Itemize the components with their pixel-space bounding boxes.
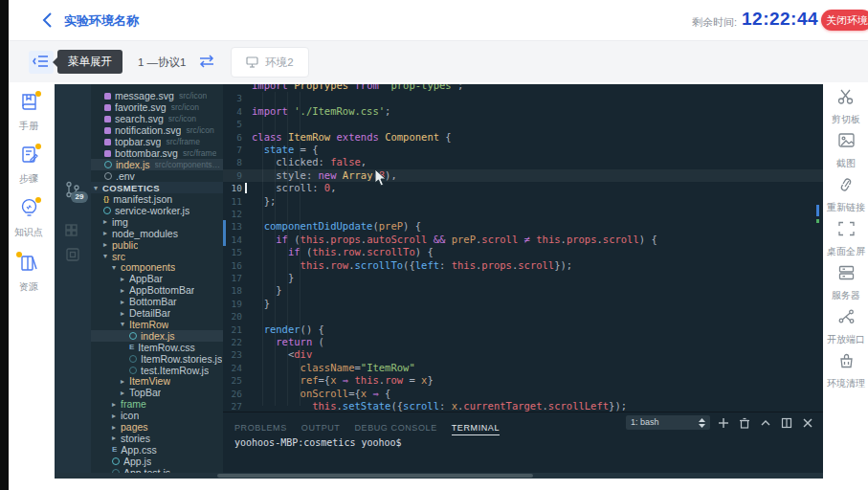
tab-env2[interactable]: 环境2 [231, 47, 309, 78]
panel-tab-debug-console[interactable]: DEBUG CONSOLE [354, 423, 436, 433]
tool-item-cleanup[interactable]: 环境清理 [820, 352, 868, 390]
terminal-prompt[interactable]: yoohoos-MBP:cosmetics yoohoo$ [234, 437, 402, 448]
code-line-10[interactable]: 10 scroll: 0, [223, 182, 823, 194]
shell-select[interactable]: 1: bash [626, 415, 710, 430]
panel-tab-terminal[interactable]: TERMINAL [452, 423, 500, 435]
tree-file-favorite.svg[interactable]: favorite.svgsrc/icon [91, 101, 223, 113]
tree-file-search.svg[interactable]: search.svgsrc/icon [91, 113, 223, 124]
code-line-21[interactable]: 21 render() { [223, 323, 823, 336]
sidebar-item-manual[interactable]: 手册 [3, 92, 55, 133]
kill-terminal-icon[interactable] [739, 415, 752, 429]
tree-file-bottombar.svg[interactable]: bottombar.svgsrc/frame [91, 147, 223, 159]
tree-folder-BottomBar[interactable]: ▸BottomBar [91, 296, 223, 307]
code-line-17[interactable]: 17 } [223, 272, 823, 284]
code-line-24[interactable]: 24 className="ItemRow" [223, 362, 823, 374]
tree-file-service-worker.js[interactable]: service-worker.js [91, 205, 223, 216]
tree-folder-icon[interactable]: ▸icon [91, 410, 223, 421]
tree-file-test.ItemRow.js[interactable]: test.ItemRow.js [91, 365, 223, 376]
horizontal-scrollbar[interactable] [55, 473, 823, 479]
code-text: } [252, 284, 282, 297]
panel-tab-problems[interactable]: PROBLEMS [234, 423, 287, 433]
code-line-16[interactable]: 16 this.row.scrollTo({left: this.props.s… [223, 259, 823, 272]
tree-file-App.js[interactable]: App.js [91, 456, 223, 467]
tree-folder-img[interactable]: ▸img [91, 216, 223, 228]
code-line-14[interactable]: 14 if (this.props.autoScroll && preP.scr… [223, 234, 823, 246]
tree-folder-src[interactable]: ▾src [91, 251, 223, 262]
custom-view-icon[interactable] [63, 245, 82, 264]
line-number: 25 [223, 374, 242, 387]
line-number: 10 [223, 182, 242, 194]
sidebar-item-knowledge[interactable]: 知识点 [3, 198, 55, 239]
tree-folder-stories[interactable]: ▸stories [91, 433, 223, 444]
sidebar-item-steps[interactable]: 步骤 [3, 145, 55, 186]
tree-file-.env[interactable]: .env [91, 170, 223, 182]
tooltip-text: 菜单展开 [68, 56, 112, 67]
code-line-8[interactable]: 8 clicked: false, [223, 156, 823, 168]
tree-folder-node_modules[interactable]: ▸node_modules [91, 228, 223, 239]
tree-folder-TopBar[interactable]: ▸TopBar [91, 387, 223, 398]
tree-folder-frame[interactable]: ▸frame [91, 398, 223, 410]
code-line-3[interactable]: 3 [223, 92, 823, 104]
tree-folder-public[interactable]: ▸public [91, 239, 223, 251]
tree-file-topbar.svg[interactable]: topbar.svgsrc/frame [91, 136, 223, 147]
tree-file-manifest.json[interactable]: {}manifest.json [91, 193, 223, 205]
project-section-header[interactable]: ▾ COSMETICS [91, 182, 223, 193]
sidebar-item-resources[interactable]: 资源 [3, 253, 55, 294]
tool-item-fullscreen[interactable]: 桌面全屏 [820, 220, 868, 258]
new-terminal-icon[interactable] [718, 415, 731, 429]
swap-env-icon[interactable] [196, 53, 217, 72]
tree-folder-AppBar[interactable]: ▸AppBar [91, 273, 223, 284]
tree-file-App.css[interactable]: EApp.css [91, 444, 223, 456]
code-line-4[interactable]: 4import './ItemRow.css'; [223, 105, 823, 118]
file-name: ItemRow.stories.js [141, 353, 222, 365]
tree-folder-ItemRow[interactable]: ▾ItemRow [91, 319, 223, 330]
code-line-11[interactable]: 11 }; [223, 195, 823, 208]
screenshot-icon [837, 136, 856, 152]
monitor-icon [246, 56, 258, 68]
maximize-panel-icon[interactable] [760, 415, 773, 429]
tree-folder-pages[interactable]: ▸pages [91, 421, 223, 433]
code-line-15[interactable]: 15 if (this.row.scrollTo) { [223, 246, 823, 258]
tool-item-screenshot[interactable]: 截图 [820, 132, 868, 170]
tree-folder-DetailBar[interactable]: ▸DetailBar [91, 307, 223, 319]
tool-item-server[interactable]: 服务器 [820, 264, 868, 302]
chevron-right-icon: ▸ [112, 423, 121, 432]
tree-file-ItemRow.stories.js[interactable]: ItemRow.stories.js [91, 353, 223, 365]
extensions-icon[interactable] [63, 221, 82, 240]
tree-file-notification.svg[interactable]: notification.svgsrc/icon [91, 124, 223, 136]
code-line-12[interactable]: 12 [223, 208, 823, 220]
code-line-clipped[interactable]: import PropTypes from 'prop-types'; [223, 84, 823, 92]
code-line-5[interactable]: 5 [223, 118, 823, 130]
tree-file-ItemRow.css[interactable]: EItemRow.css [91, 342, 223, 353]
code-line-6[interactable]: 6class ItemRow extends Component { [223, 131, 823, 144]
panel-tab-output[interactable]: OUTPUT [301, 423, 341, 433]
code-line-13[interactable]: 13 componentDidUpdate(preP) { [223, 220, 823, 233]
code-line-19[interactable]: 19 } [223, 298, 823, 310]
tree-file-message.svg[interactable]: message.svgsrc/icon [91, 90, 223, 101]
close-environment-button[interactable]: 关闭环境 [821, 10, 868, 31]
js2-file-icon [129, 367, 137, 374]
file-name: manifest.json [113, 193, 172, 205]
tool-item-clipboard[interactable]: 剪切板 [820, 88, 868, 126]
split-terminal-icon[interactable] [781, 415, 794, 429]
tool-item-ports[interactable]: 开放端口 [820, 308, 868, 346]
sidebar-item-label: 手册 [3, 120, 55, 133]
code-line-25[interactable]: 25 ref={x ⇒ this.row = x} [223, 374, 823, 387]
tool-item-relink[interactable]: 重新链接 [820, 176, 868, 214]
code-line-22[interactable]: 22 return ( [223, 336, 823, 348]
code-line-18[interactable]: 18 } [223, 284, 823, 297]
close-panel-icon[interactable] [802, 415, 815, 429]
code-line-23[interactable]: 23 <div [223, 348, 823, 361]
back-button[interactable] [41, 11, 56, 29]
code-line-26[interactable]: 26 onScroll={x ⇒ { [223, 388, 823, 400]
tree-file-index.js[interactable]: index.jsM [91, 330, 223, 342]
tree-file-index.js[interactable]: index.jssrc/components…M [91, 159, 223, 170]
menu-expand-button[interactable] [29, 51, 54, 74]
code-line-7[interactable]: 7 state = { [223, 144, 823, 156]
code-line-20[interactable]: 20 [223, 310, 823, 323]
tree-folder-ItemView[interactable]: ▸ItemView [91, 375, 223, 387]
tab-env1[interactable]: 1 —协议1 [138, 56, 187, 70]
code-line-9[interactable]: 9 style: new Array(8), [223, 169, 823, 182]
tree-folder-components[interactable]: ▾components [91, 261, 223, 273]
tree-folder-AppBottomBar[interactable]: ▸AppBottomBar [91, 284, 223, 296]
